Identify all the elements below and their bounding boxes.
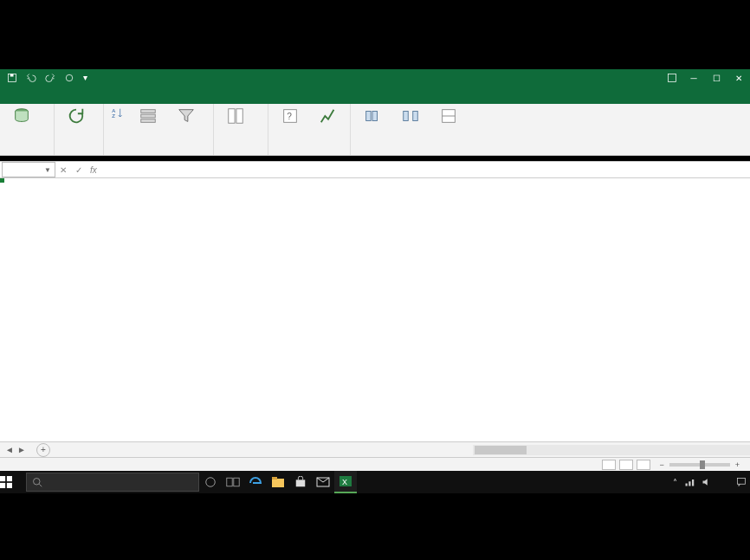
text-to-columns-button[interactable] — [219, 106, 252, 127]
svg-line-25 — [39, 484, 42, 486]
fx-icon[interactable]: fx — [87, 165, 100, 175]
svg-rect-15 — [372, 112, 378, 121]
refresh-all-button[interactable] — [60, 106, 93, 127]
chevron-down-icon[interactable]: ▼ — [44, 166, 51, 174]
view-page-layout-button[interactable] — [619, 460, 633, 470]
group-label — [60, 153, 98, 154]
taskbar-store-icon[interactable] — [289, 471, 312, 493]
close-button[interactable]: ✕ — [733, 74, 745, 83]
task-view-icon[interactable] — [222, 471, 244, 493]
svg-rect-28 — [234, 478, 239, 486]
svg-point-2 — [66, 74, 73, 81]
svg-rect-9 — [141, 119, 156, 123]
group-button[interactable] — [356, 106, 389, 127]
status-bar: − + — [0, 457, 750, 471]
svg-point-24 — [34, 479, 41, 486]
spreadsheet-grid[interactable] — [0, 178, 750, 441]
svg-rect-23 — [7, 483, 12, 488]
svg-text:X: X — [342, 478, 347, 486]
touch-mode-icon[interactable] — [64, 73, 74, 83]
taskbar-explorer-icon[interactable] — [267, 471, 289, 493]
group-get-transform — [0, 104, 55, 155]
svg-rect-22 — [0, 483, 5, 488]
tray-expand-icon[interactable]: ˄ — [673, 478, 677, 487]
action-center-icon[interactable] — [736, 477, 747, 487]
svg-rect-30 — [272, 477, 277, 480]
view-normal-button[interactable] — [602, 460, 616, 470]
svg-text:?: ? — [287, 112, 292, 121]
cancel-formula-icon[interactable]: ✕ — [55, 165, 71, 175]
fill-handle[interactable] — [0, 178, 4, 183]
account-icon[interactable] — [667, 73, 677, 83]
svg-rect-31 — [296, 480, 306, 486]
formula-input[interactable] — [100, 165, 750, 175]
maximize-button[interactable]: ☐ — [710, 74, 722, 83]
title-bar: ▾ ─ ☐ ✕ — [0, 69, 750, 87]
redo-icon[interactable] — [45, 73, 55, 83]
filter-button[interactable] — [170, 106, 203, 127]
new-sheet-button[interactable]: + — [36, 443, 50, 457]
sheet-nav-prev-icon[interactable]: ◄ — [5, 445, 14, 454]
windows-taskbar: X ˄ — [0, 471, 750, 493]
ribbon-tabs — [0, 87, 750, 104]
group-forecast: ? — [268, 104, 351, 155]
ribbon: AZ ? — [0, 104, 750, 156]
svg-rect-3 — [669, 74, 676, 82]
taskbar-mail-icon[interactable] — [312, 471, 334, 493]
forecast-sheet-button[interactable] — [312, 106, 345, 127]
undo-icon[interactable] — [26, 73, 36, 83]
tray-network-icon[interactable] — [684, 477, 695, 487]
qat-more-icon[interactable]: ▾ — [83, 73, 87, 83]
group-label — [5, 153, 48, 154]
group-label — [219, 153, 262, 154]
group-sort-filter: AZ — [104, 104, 214, 155]
tray-volume-icon[interactable] — [702, 477, 712, 487]
search-icon — [32, 477, 42, 487]
selection-outline — [0, 178, 3, 182]
group-label — [274, 153, 345, 154]
svg-rect-11 — [236, 109, 242, 124]
svg-rect-35 — [686, 484, 688, 486]
svg-text:Z: Z — [112, 113, 115, 119]
svg-rect-21 — [7, 476, 12, 481]
group-label — [356, 153, 465, 154]
svg-rect-37 — [692, 480, 694, 486]
group-queries-connections — [55, 104, 104, 155]
svg-rect-36 — [689, 481, 690, 486]
ungroup-button[interactable] — [394, 106, 427, 127]
svg-text:A: A — [112, 108, 115, 113]
zoom-out-button[interactable]: − — [659, 460, 663, 469]
zoom-in-button[interactable]: + — [735, 460, 740, 469]
svg-rect-16 — [404, 112, 409, 121]
taskbar-excel-icon[interactable]: X — [334, 471, 357, 493]
group-label — [109, 153, 208, 154]
name-box[interactable]: ▼ — [2, 162, 55, 177]
subtotal-button[interactable] — [432, 106, 465, 127]
taskbar-edge-icon[interactable] — [244, 471, 267, 493]
start-button[interactable] — [0, 476, 26, 488]
svg-rect-20 — [0, 476, 5, 481]
svg-rect-1 — [10, 74, 14, 77]
sort-button[interactable] — [132, 106, 165, 127]
taskbar-search[interactable] — [26, 473, 199, 492]
minimize-button[interactable]: ─ — [688, 74, 700, 83]
svg-rect-27 — [227, 478, 232, 486]
svg-point-26 — [206, 478, 216, 487]
get-data-button[interactable] — [5, 106, 38, 127]
sort-az-button[interactable]: AZ — [109, 106, 126, 122]
sheet-nav-next-icon[interactable]: ► — [17, 445, 26, 454]
save-icon[interactable] — [7, 73, 17, 83]
group-outline — [351, 104, 470, 155]
formula-bar: ▼ ✕ ✓ fx — [0, 161, 750, 178]
view-page-break-button[interactable] — [637, 460, 650, 470]
accept-formula-icon[interactable]: ✓ — [71, 165, 87, 175]
group-data-tools — [214, 104, 268, 155]
svg-rect-29 — [272, 479, 284, 487]
horizontal-scrollbar[interactable] — [473, 445, 750, 455]
svg-rect-10 — [229, 109, 235, 124]
cortana-icon[interactable] — [199, 471, 222, 493]
svg-rect-8 — [141, 114, 156, 118]
svg-rect-17 — [413, 112, 418, 121]
whatif-button[interactable]: ? — [274, 106, 307, 127]
zoom-slider[interactable] — [669, 463, 730, 467]
